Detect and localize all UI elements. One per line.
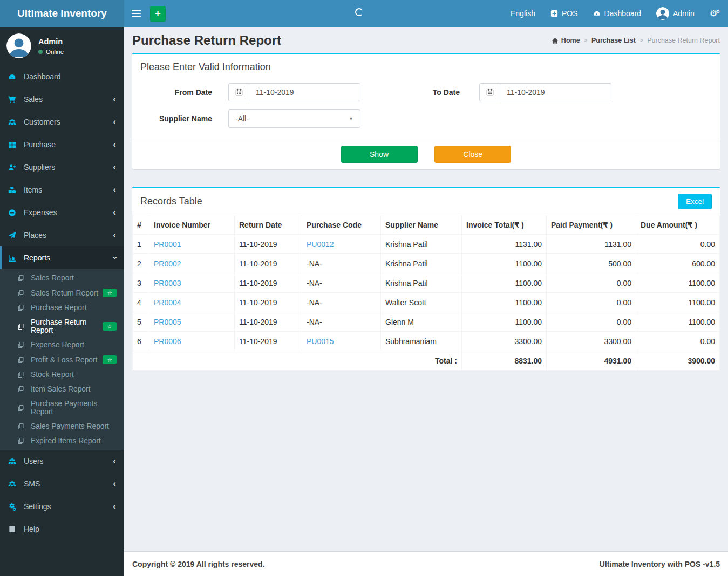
content-wrapper: Purchase Return Report Home > Purchase L… [124,27,728,551]
invoice-link[interactable]: PR0003 [154,279,181,287]
table-row: 1PR000111-10-2019PU0012Krishna Patil1131… [133,235,720,254]
users-icon [8,457,19,465]
hamburger-icon [132,10,141,11]
sidebar-item-label: Places [24,231,46,239]
show-button[interactable]: Show [341,146,418,163]
sidebar-subitem-label: Purchase Report [31,304,87,312]
cell-supplier: Walter Scott [381,293,462,312]
sidebar-item-reports: Reports‹Sales ReportSales Return Report☆… [0,246,124,450]
copy-icon [17,356,28,364]
invoice-link[interactable]: PR0001 [154,240,181,249]
sidebar-link-settings[interactable]: Settings‹ [0,495,124,518]
sidebar-item-sms: SMS‹ [0,472,124,495]
breadcrumb: Home > Purchase List > Purchase Return R… [552,37,720,44]
sidebar-link-help[interactable]: Help [0,518,124,540]
from-date-input[interactable] [249,84,360,101]
sidebar-link-suppliers[interactable]: Suppliers‹ [0,156,124,179]
excel-export-button[interactable]: Excel [678,194,712,209]
filter-actions: Show Close [132,139,720,169]
copy-icon [17,304,28,311]
breadcrumb-separator: > [639,37,643,44]
copy-icon [17,323,28,330]
invoice-link[interactable]: PR0006 [154,337,181,346]
nav-user-menu[interactable]: Admin [649,0,702,27]
sidebar-sublink-expense-report[interactable]: Expense Report [0,338,124,352]
cell-return-date: 11-10-2019 [235,273,302,293]
sidebar-link-reports[interactable]: Reports‹ [0,246,124,269]
sidebar-subitem-label: Profit & Loss Report [31,356,97,364]
sidebar-sublink-item-sales-report[interactable]: Item Sales Report [0,382,124,396]
breadcrumb-home[interactable]: Home [552,37,580,44]
sidebar-subitem-label: Sales Report [31,274,74,282]
sidebar-link-customers[interactable]: Customers‹ [0,111,124,133]
sidebar-item-items: Items‹ [0,179,124,201]
sidebar-item-label: Dashboard [24,72,61,81]
chevron-down-icon: ‹ [112,256,117,259]
nav-language[interactable]: English [503,0,543,27]
sidebar-link-sales[interactable]: Sales‹ [0,88,124,111]
cell-purchase-code: -NA- [302,312,381,332]
sidebar-sublink-sales-report[interactable]: Sales Report [0,271,124,285]
sidebar-subitem-purchase-return-report: Purchase Return Report☆ [0,315,124,338]
column-header: Due Amount(₹ ) [636,215,720,235]
sidebar-toggle-button[interactable] [124,0,148,27]
cell-purchase-code: -NA- [302,273,381,293]
copy-icon [17,341,28,348]
supplier-select[interactable]: -All- ▼ [228,109,360,128]
nav-pos[interactable]: POS [543,0,586,27]
sidebar-item-label: Items [24,186,42,194]
cell-due-amount: 1100.00 [636,273,720,293]
sidebar-sublink-purchase-return-report[interactable]: Purchase Return Report☆ [0,315,124,338]
sidebar-subitem-label: Sales Payments Report [31,422,109,430]
purchase-code-link[interactable]: PU0012 [307,240,334,249]
sidebar-link-expenses[interactable]: Expenses‹ [0,201,124,224]
sidebar-link-sms[interactable]: SMS‹ [0,472,124,495]
breadcrumb-purchase-list[interactable]: Purchase List [591,37,636,44]
cell-invoice: PR0003 [149,273,235,293]
total-due: 3900.00 [636,351,720,371]
purchase-code-link[interactable]: PU0015 [307,337,334,346]
cell-supplier: Glenn M [381,312,462,332]
reports-submenu: Sales ReportSales Return Report☆Purchase… [0,269,124,450]
version-text: Ultimate Inventory with POS -v1.5 [600,560,720,568]
invoice-link[interactable]: PR0002 [154,259,181,268]
sidebar-link-dashboard[interactable]: Dashboard [0,65,124,88]
sidebar-subitem-label: Expired Items Report [31,437,101,445]
sidebar-sublink-profit-loss-report[interactable]: Profit & Loss Report☆ [0,352,124,367]
nav-settings[interactable]: ⚙⚙ [702,0,728,27]
table-header-row: #Invoice NumberReturn DatePurchase CodeS… [133,215,720,235]
sidebar-sublink-expired-items-report[interactable]: Expired Items Report [0,434,124,448]
cell-due-amount: 0.00 [636,235,720,254]
sidebar-link-items[interactable]: Items‹ [0,179,124,201]
cell-invoice-total: 1100.00 [462,254,547,273]
chevron-left-icon: ‹ [113,458,116,464]
sidebar-sublink-purchase-payments-report[interactable]: Purchase Payments Report [0,396,124,419]
quick-add-button[interactable]: + [150,6,166,22]
nav-dashboard[interactable]: Dashboard [586,0,649,27]
to-date-label: To Date [360,88,479,97]
cell-invoice-total: 1100.00 [462,273,547,293]
sidebar-item-dashboard: Dashboard [0,65,124,88]
cell-return-date: 11-10-2019 [235,254,302,273]
sidebar-link-places[interactable]: Places‹ [0,224,124,246]
invoice-link[interactable]: PR0005 [154,318,181,326]
avatar [656,7,669,20]
app-logo[interactable]: Ultimate Inventory [0,0,124,27]
sidebar-sublink-purchase-report[interactable]: Purchase Report [0,300,124,315]
column-header: Purchase Code [302,215,381,235]
sidebar-link-users[interactable]: Users‹ [0,450,124,472]
sidebar-link-purchase[interactable]: Purchase‹ [0,133,124,156]
sidebar-sublink-sales-payments-report[interactable]: Sales Payments Report [0,419,124,434]
column-header: # [133,215,149,235]
sidebar-sublink-stock-report[interactable]: Stock Report [0,367,124,382]
invoice-link[interactable]: PR0004 [154,298,181,307]
cell-invoice-total: 1131.00 [462,235,547,254]
breadcrumb-separator: > [584,37,588,44]
cogs-icon: ⚙⚙ [710,9,720,18]
table-total-row: Total : 8831.00 4931.00 3900.00 [133,351,720,371]
filter-panel: Please Enter Valid Information From Date… [132,53,720,169]
online-dot-icon [38,50,43,54]
sidebar-sublink-sales-return-report[interactable]: Sales Return Report☆ [0,285,124,300]
to-date-input[interactable] [500,84,611,101]
close-button[interactable]: Close [434,146,511,163]
